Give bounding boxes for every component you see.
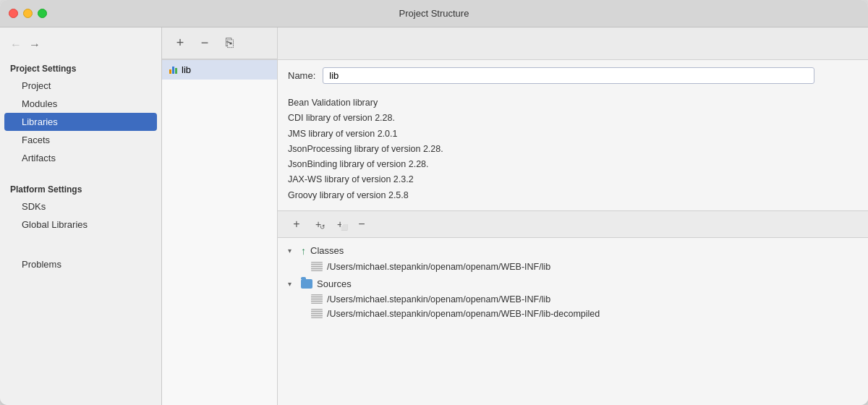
tree-header-classes[interactable]: ▾ ↑ Classes bbox=[278, 242, 868, 260]
name-input[interactable] bbox=[323, 67, 814, 84]
desc-line-2: JMS library of version 2.0.1 bbox=[288, 127, 858, 142]
detail-panel: Name: Bean Validation library CDI librar… bbox=[278, 60, 868, 405]
file-icon-sources-1 bbox=[311, 309, 323, 318]
tree-section-sources: ▾ Sources /Users/michael.stepankin/opena… bbox=[278, 276, 868, 321]
add-library-button[interactable]: + bbox=[171, 34, 190, 53]
description-area: Bean Validation library CDI library of v… bbox=[278, 90, 868, 210]
sidebar-item-facets[interactable]: Facets bbox=[0, 131, 161, 149]
project-structure-window: Project Structure ← → Project Settings P… bbox=[0, 0, 868, 405]
toolbar: + − ⎘ bbox=[162, 27, 277, 59]
classes-label: Classes bbox=[310, 245, 344, 256]
action-bar: + +↺ +⬜ − bbox=[278, 210, 868, 238]
main-panel: + − ⎘ lib bbox=[162, 27, 868, 405]
sidebar-item-modules[interactable]: Modules bbox=[0, 95, 161, 113]
sidebar-item-libraries[interactable]: Libraries bbox=[4, 113, 157, 131]
classes-path-0: /Users/michael.stepankin/openam/openam/W… bbox=[327, 262, 550, 272]
desc-line-5: JAX-WS library of version 2.3.2 bbox=[288, 172, 858, 187]
add-path-button[interactable]: + bbox=[288, 216, 305, 233]
minimize-button[interactable] bbox=[23, 9, 33, 18]
add-copy-button[interactable]: +↺ bbox=[310, 216, 327, 233]
tree-child-sources-0[interactable]: /Users/michael.stepankin/openam/openam/W… bbox=[278, 292, 868, 307]
traffic-lights bbox=[9, 9, 47, 18]
remove-path-button[interactable]: − bbox=[353, 216, 370, 233]
nav-buttons: ← → bbox=[0, 35, 161, 58]
split-area: lib Name: Bean Validation library CDI li… bbox=[162, 60, 868, 405]
close-button[interactable] bbox=[9, 9, 18, 18]
sidebar-item-global-libraries[interactable]: Global Libraries bbox=[0, 216, 161, 234]
desc-line-6: Groovy library of version 2.5.8 bbox=[288, 188, 858, 203]
sidebar-item-artifacts[interactable]: Artifacts bbox=[0, 149, 161, 167]
sidebar-item-sdks[interactable]: SDKs bbox=[0, 197, 161, 216]
platform-settings-header: Platform Settings bbox=[0, 179, 161, 197]
maximize-button[interactable] bbox=[38, 9, 47, 18]
library-name: lib bbox=[182, 64, 191, 75]
name-row: Name: bbox=[278, 60, 868, 90]
library-list-item[interactable]: lib bbox=[162, 60, 277, 80]
file-icon-sources-0 bbox=[311, 294, 323, 304]
chevron-sources-icon: ▾ bbox=[288, 280, 297, 288]
library-list: lib bbox=[162, 60, 278, 405]
sidebar-item-project[interactable]: Project bbox=[0, 77, 161, 95]
tree-section-classes: ▾ ↑ Classes /Users/michael.stepankin/ope… bbox=[278, 242, 868, 274]
sources-path-0: /Users/michael.stepankin/openam/openam/W… bbox=[327, 294, 550, 304]
chevron-classes-icon: ▾ bbox=[288, 247, 297, 255]
window-title: Project Structure bbox=[399, 8, 469, 19]
remove-library-button[interactable]: − bbox=[195, 34, 214, 53]
back-button[interactable]: ← bbox=[10, 39, 22, 51]
name-label: Name: bbox=[288, 70, 315, 81]
sources-path-1: /Users/michael.stepankin/openam/openam/W… bbox=[327, 309, 600, 319]
library-icon bbox=[169, 67, 177, 74]
classes-arrow-icon: ↑ bbox=[301, 245, 306, 257]
desc-line-0: Bean Validation library bbox=[288, 95, 858, 111]
tree-area: ▾ ↑ Classes /Users/michael.stepankin/ope… bbox=[278, 238, 868, 405]
desc-line-4: JsonBinding library of version 2.28. bbox=[288, 157, 858, 172]
tree-child-sources-1[interactable]: /Users/michael.stepankin/openam/openam/W… bbox=[278, 307, 868, 321]
forward-button[interactable]: → bbox=[29, 39, 41, 51]
copy-library-button[interactable]: ⎘ bbox=[220, 34, 239, 53]
tree-header-sources[interactable]: ▾ Sources bbox=[278, 276, 868, 292]
sidebar: ← → Project Settings Project Modules Lib… bbox=[0, 27, 162, 405]
tree-child-classes-0[interactable]: /Users/michael.stepankin/openam/openam/W… bbox=[278, 260, 868, 274]
sources-label: Sources bbox=[317, 278, 352, 289]
file-icon bbox=[311, 262, 323, 271]
desc-line-3: JsonProcessing library of version 2.28. bbox=[288, 142, 858, 157]
content-area: ← → Project Settings Project Modules Lib… bbox=[0, 27, 868, 405]
sources-folder-icon bbox=[301, 279, 312, 289]
sidebar-item-problems[interactable]: Problems bbox=[0, 255, 161, 273]
add-recursive-button[interactable]: +⬜ bbox=[331, 216, 349, 233]
titlebar: Project Structure bbox=[0, 0, 868, 27]
project-settings-header: Project Settings bbox=[0, 58, 161, 77]
desc-line-1: CDI library of version 2.28. bbox=[288, 111, 858, 126]
